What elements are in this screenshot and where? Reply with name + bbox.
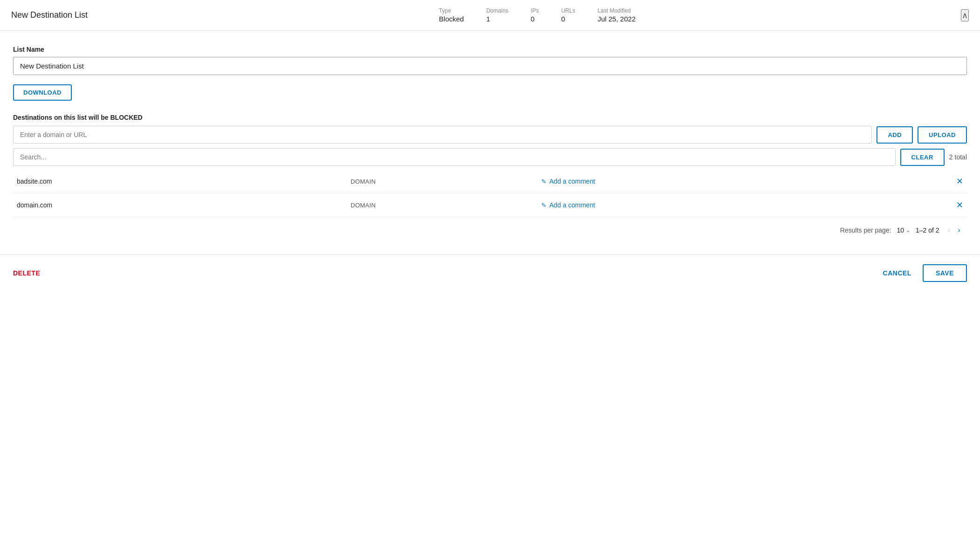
table-row: badsite.com DOMAIN ✎ Add a comment ✕ <box>13 170 967 193</box>
ips-value: 0 <box>531 15 534 23</box>
dest-delete-cell-1: ✕ <box>871 193 967 217</box>
download-button[interactable]: DOWNLOAD <box>13 84 72 101</box>
search-row: CLEAR 2 total <box>13 148 967 166</box>
add-comment-1[interactable]: Add a comment <box>549 201 595 209</box>
meta-urls: URLs 0 <box>561 7 575 23</box>
page-title: New Destination List <box>11 10 114 20</box>
dest-name-1: domain.com <box>13 193 347 217</box>
per-page-chevron-icon[interactable]: ⌄ <box>906 227 910 233</box>
cancel-button[interactable]: CANCEL <box>877 266 917 281</box>
collapse-button[interactable]: ∧ <box>961 9 969 21</box>
blocked-description: Destinations on this list will be BLOCKE… <box>13 114 967 121</box>
footer-right: CANCEL SAVE <box>877 264 967 282</box>
type-value: Blocked <box>439 15 464 23</box>
domain-input-row: ADD UPLOAD <box>13 126 967 144</box>
meta-domains: Domains 1 <box>486 7 508 23</box>
dest-delete-cell-0: ✕ <box>871 170 967 193</box>
per-page-select: Results per page: 10 ⌄ <box>840 226 910 234</box>
last-modified-value: Jul 25, 2022 <box>598 15 636 23</box>
edit-icon-0: ✎ <box>541 178 546 185</box>
meta-last-modified: Last Modified Jul 25, 2022 <box>598 7 636 23</box>
domains-label: Domains <box>486 7 508 14</box>
save-button[interactable]: SAVE <box>923 264 967 282</box>
pagination-row: Results per page: 10 ⌄ 1–2 of 2 ‹ › <box>13 217 967 240</box>
delete-dest-button-1[interactable]: ✕ <box>956 200 963 210</box>
urls-label: URLs <box>561 7 575 14</box>
edit-icon-1: ✎ <box>541 202 546 209</box>
domains-value: 1 <box>486 15 490 23</box>
page-range: 1–2 of 2 <box>916 226 939 234</box>
search-input[interactable] <box>13 148 896 166</box>
last-modified-label: Last Modified <box>598 7 631 14</box>
delete-dest-button-0[interactable]: ✕ <box>956 176 963 186</box>
prev-page-button[interactable]: ‹ <box>945 225 953 236</box>
page-nav: ‹ › <box>945 225 963 236</box>
page-footer: DELETE CANCEL SAVE <box>0 254 980 291</box>
dest-name-0: badsite.com <box>13 170 347 193</box>
delete-button[interactable]: DELETE <box>13 269 40 277</box>
add-button[interactable]: ADD <box>876 126 913 144</box>
add-comment-0[interactable]: Add a comment <box>549 178 595 185</box>
page-header: New Destination List Type Blocked Domain… <box>0 0 980 31</box>
per-page-value: 10 <box>897 226 904 234</box>
clear-button[interactable]: CLEAR <box>900 149 945 166</box>
total-label: 2 total <box>949 153 967 161</box>
ips-label: IPs <box>531 7 538 14</box>
destinations-table: badsite.com DOMAIN ✎ Add a comment ✕ dom… <box>13 170 967 217</box>
main-content: List Name DOWNLOAD Destinations on this … <box>0 31 980 251</box>
urls-value: 0 <box>561 15 565 23</box>
meta-type: Type Blocked <box>439 7 464 23</box>
meta-ips: IPs 0 <box>531 7 538 23</box>
dest-comment-cell-1[interactable]: ✎ Add a comment <box>538 193 871 217</box>
list-name-label: List Name <box>13 46 967 53</box>
list-name-input[interactable] <box>13 57 967 75</box>
dest-type-1: DOMAIN <box>347 193 538 217</box>
type-label: Type <box>439 7 451 14</box>
next-page-button[interactable]: › <box>955 225 963 236</box>
dest-comment-cell-0[interactable]: ✎ Add a comment <box>538 170 871 193</box>
header-meta: Type Blocked Domains 1 IPs 0 URLs 0 Last… <box>114 7 961 23</box>
table-row: domain.com DOMAIN ✎ Add a comment ✕ <box>13 193 967 217</box>
results-per-page-label: Results per page: <box>840 226 891 234</box>
domain-input[interactable] <box>13 126 872 144</box>
dest-type-0: DOMAIN <box>347 170 538 193</box>
upload-button[interactable]: UPLOAD <box>918 126 967 144</box>
